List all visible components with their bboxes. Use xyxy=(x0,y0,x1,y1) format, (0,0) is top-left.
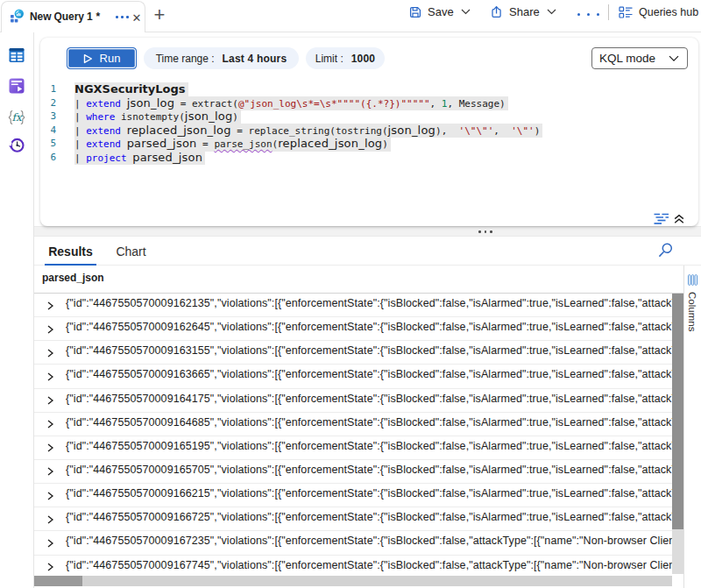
result-row[interactable]: {"id":"4467550570009163665","violations"… xyxy=(33,365,672,388)
code-line[interactable]: 1NGXSecurityLogs xyxy=(40,82,698,96)
result-row[interactable]: {"id":"4467550570009167745","violations"… xyxy=(33,556,672,576)
expand-row-icon[interactable] xyxy=(46,372,54,381)
code-token: , Message) xyxy=(447,98,505,110)
functions-icon[interactable]: fx xyxy=(8,109,25,126)
expand-row-icon[interactable] xyxy=(46,301,54,310)
queries-hub-button[interactable]: Queries hub xyxy=(619,0,701,24)
more-actions-button[interactable] xyxy=(577,13,599,16)
tab-close-button[interactable]: ✕ xyxy=(131,11,143,25)
result-row-json[interactable]: {"id":"4467550570009167235","violations"… xyxy=(66,535,672,547)
result-row[interactable]: {"id":"4467550570009162645","violations"… xyxy=(33,317,672,341)
expand-row-icon[interactable] xyxy=(46,539,54,548)
panel-splitter[interactable] xyxy=(33,226,701,237)
result-row[interactable]: {"id":"4467550570009165195","violations"… xyxy=(33,436,672,460)
result-row[interactable]: {"id":"4467550570009167235","violations"… xyxy=(33,531,672,555)
code-token: parsed_json xyxy=(132,151,202,164)
code-line[interactable]: 4| extend replaced_json_log = replace_st… xyxy=(40,124,698,138)
code-token: = extract( xyxy=(174,98,238,110)
code-token: json_log xyxy=(127,96,175,110)
share-chevron-icon[interactable] xyxy=(547,9,556,15)
result-row-json[interactable]: {"id":"4467550570009164175","violations"… xyxy=(66,393,672,405)
run-button[interactable]: Run xyxy=(67,47,137,69)
columns-icon[interactable] xyxy=(688,274,698,286)
expand-row-icon[interactable] xyxy=(46,563,54,571)
expand-row-icon[interactable] xyxy=(46,349,54,358)
limit-picker[interactable]: Limit : 1000 xyxy=(306,47,385,69)
code-token: json_log xyxy=(185,110,233,123)
code-token: ) xyxy=(232,111,238,123)
horizontal-scrollbar[interactable] xyxy=(33,576,672,586)
expand-row-icon[interactable] xyxy=(46,396,54,405)
query-tab[interactable]: New Query 1* ✕ xyxy=(1,1,145,32)
result-row[interactable]: {"id":"4467550570009162135","violations"… xyxy=(33,294,672,317)
code-editor[interactable]: 1NGXSecurityLogs2| extend json_log = ext… xyxy=(40,82,698,170)
result-row[interactable]: {"id":"4467550570009164685","violations"… xyxy=(33,413,672,436)
code-line[interactable]: 2| extend json_log = extract(@"json_log\… xyxy=(40,96,698,110)
share-button[interactable]: Share xyxy=(490,0,556,24)
query-mode-value: KQL mode xyxy=(599,52,669,65)
code-line[interactable]: 6| project parsed_json xyxy=(40,151,698,165)
result-row[interactable]: {"id":"4467550570009163155","violations"… xyxy=(33,341,672,365)
code-token xyxy=(121,125,127,137)
result-row[interactable]: {"id":"4467550570009166725","violations"… xyxy=(33,507,672,531)
result-row-json[interactable]: {"id":"4467550570009163155","violations"… xyxy=(66,344,672,357)
code-token: | xyxy=(74,98,86,110)
code-line-text[interactable]: NGXSecurityLogs xyxy=(74,82,188,97)
code-line[interactable]: 5| extend parsed_json = parse_json(repla… xyxy=(40,137,698,151)
vertical-scrollbar-thumb[interactable] xyxy=(672,294,683,529)
limit-label: Limit : xyxy=(315,53,343,65)
code-line-text[interactable]: | project parsed_json xyxy=(74,151,205,166)
expand-row-icon[interactable] xyxy=(46,443,54,452)
code-line-text[interactable]: | extend json_log = extract(@"json_log\s… xyxy=(74,96,508,111)
result-row-json[interactable]: {"id":"4467550570009166725","violations"… xyxy=(66,511,672,523)
time-range-picker[interactable]: Time range : Last 4 hours xyxy=(144,47,299,69)
word-wrap-icon[interactable] xyxy=(654,213,670,225)
tab-results[interactable]: Results xyxy=(45,237,96,266)
result-row-json[interactable]: {"id":"4467550570009162135","violations"… xyxy=(66,297,672,309)
expand-row-icon[interactable] xyxy=(46,492,54,500)
code-token: = replace_string(tostring( xyxy=(231,125,388,137)
grid-column-header[interactable]: parsed_json xyxy=(33,266,683,294)
result-row-json[interactable]: {"id":"4467550570009163665","violations"… xyxy=(66,368,672,380)
saved-queries-icon[interactable] xyxy=(8,77,25,95)
vertical-scrollbar[interactable] xyxy=(672,294,683,574)
code-line-text[interactable]: | extend parsed_json = parse_json(replac… xyxy=(74,137,391,152)
horizontal-scrollbar-thumb[interactable] xyxy=(33,576,82,586)
expand-row-icon[interactable] xyxy=(46,515,54,524)
save-chevron-icon[interactable] xyxy=(461,9,471,15)
new-tab-button[interactable]: + xyxy=(149,4,170,28)
expand-row-icon[interactable] xyxy=(46,325,54,334)
tables-icon[interactable] xyxy=(8,46,25,64)
columns-side-panel[interactable]: Columns xyxy=(683,266,701,588)
result-row-json[interactable]: {"id":"4467550570009167745","violations"… xyxy=(66,559,672,571)
code-token: = xyxy=(197,138,215,150)
code-token: | xyxy=(74,152,86,164)
search-results-icon[interactable] xyxy=(658,243,673,258)
result-row[interactable]: {"id":"4467550570009164175","violations"… xyxy=(33,389,672,413)
save-button[interactable]: Save xyxy=(408,0,471,24)
code-token: ), xyxy=(435,125,459,137)
save-icon xyxy=(408,5,422,19)
result-row-json[interactable]: {"id":"4467550570009165195","violations"… xyxy=(66,440,672,452)
line-number: 4 xyxy=(40,124,56,138)
tab-more-button[interactable] xyxy=(116,16,129,18)
result-row-json[interactable]: {"id":"4467550570009162645","violations"… xyxy=(66,321,672,333)
collapse-editor-icon[interactable] xyxy=(674,214,684,224)
splitter-handle[interactable] xyxy=(478,230,492,233)
tab-chart[interactable]: Chart xyxy=(111,237,151,266)
expand-row-icon[interactable] xyxy=(46,420,54,429)
query-history-icon[interactable] xyxy=(8,137,25,154)
result-row[interactable]: {"id":"4467550570009165705","violations"… xyxy=(33,460,672,484)
code-line[interactable]: 3| where isnotempty(json_log) xyxy=(40,110,698,124)
vertical-scrollbar-track[interactable] xyxy=(672,529,683,574)
result-row-json[interactable]: {"id":"4467550570009164685","violations"… xyxy=(66,416,672,429)
query-mode-dropdown[interactable]: KQL mode xyxy=(591,47,688,69)
code-line-text[interactable]: | extend replaced_json_log = replace_str… xyxy=(74,124,542,138)
code-token xyxy=(121,98,127,110)
result-row-json[interactable]: {"id":"4467550570009165705","violations"… xyxy=(66,464,672,476)
code-line-text[interactable]: | where isnotempty(json_log) xyxy=(74,110,241,124)
result-row[interactable]: {"id":"4467550570009166215","violations"… xyxy=(33,484,672,507)
result-row-json[interactable]: {"id":"4467550570009166215","violations"… xyxy=(66,487,672,499)
expand-row-icon[interactable] xyxy=(46,467,54,476)
run-play-icon xyxy=(83,53,93,64)
